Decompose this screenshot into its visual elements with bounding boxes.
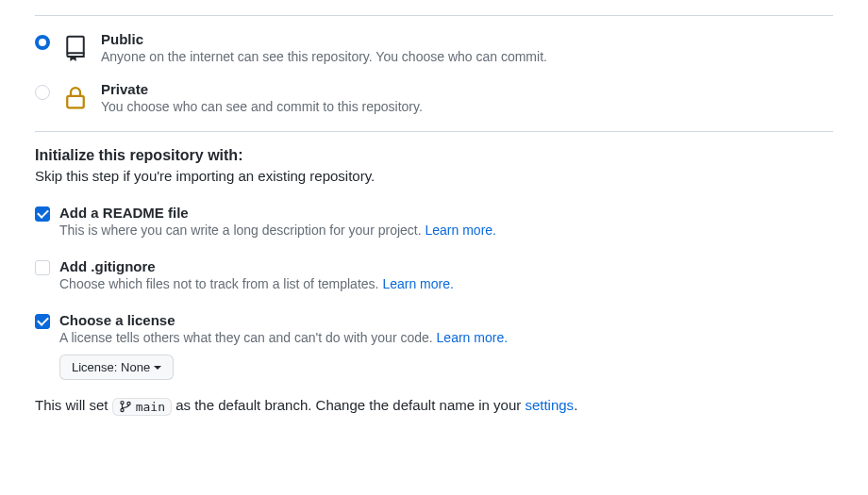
license-select-button[interactable]: License: None xyxy=(59,355,174,380)
repo-public-icon xyxy=(61,33,90,61)
radio-private[interactable] xyxy=(35,85,50,100)
license-desc: A license tells others what they can and… xyxy=(59,330,508,345)
default-branch-info: This will set main as the default branch… xyxy=(35,397,833,416)
public-title: Public xyxy=(101,31,547,47)
gitignore-learn-more-link[interactable]: Learn more. xyxy=(382,276,453,291)
svg-rect-0 xyxy=(67,96,84,108)
radio-public[interactable] xyxy=(35,35,50,50)
svg-point-1 xyxy=(121,402,124,404)
license-button-label: License: None xyxy=(72,360,150,374)
checkbox-gitignore[interactable] xyxy=(35,260,50,275)
readme-option: Add a README file This is where you can … xyxy=(35,205,833,238)
license-title: Choose a license xyxy=(59,312,508,328)
readme-title: Add a README file xyxy=(59,205,496,221)
svg-point-2 xyxy=(121,408,124,411)
svg-point-3 xyxy=(127,402,130,404)
settings-link[interactable]: settings xyxy=(525,397,574,413)
init-heading: Initialize this repository with: xyxy=(35,147,833,164)
chevron-down-icon xyxy=(154,366,161,370)
branch-badge: main xyxy=(112,398,172,416)
divider-top xyxy=(35,15,833,16)
license-learn-more-link[interactable]: Learn more. xyxy=(437,330,508,345)
branch-name: main xyxy=(136,400,165,414)
readme-learn-more-link[interactable]: Learn more. xyxy=(426,223,496,238)
private-desc: You choose who can see and commit to thi… xyxy=(101,99,423,114)
lock-icon xyxy=(61,83,90,111)
public-desc: Anyone on the internet can see this repo… xyxy=(101,49,547,64)
visibility-private-option[interactable]: Private You choose who can see and commi… xyxy=(35,81,833,114)
readme-desc: This is where you can write a long descr… xyxy=(59,223,496,238)
checkbox-readme[interactable] xyxy=(35,206,50,222)
checkbox-license[interactable] xyxy=(35,314,50,329)
private-title: Private xyxy=(101,81,423,97)
gitignore-title: Add .gitignore xyxy=(59,258,454,274)
git-branch-icon xyxy=(119,400,132,413)
visibility-public-option[interactable]: Public Anyone on the internet can see th… xyxy=(35,31,833,64)
gitignore-option: Add .gitignore Choose which files not to… xyxy=(35,258,833,291)
gitignore-desc: Choose which files not to track from a l… xyxy=(59,276,454,291)
init-sub: Skip this step if you're importing an ex… xyxy=(35,168,833,184)
license-option: Choose a license A license tells others … xyxy=(35,312,833,380)
divider-middle xyxy=(35,131,833,132)
